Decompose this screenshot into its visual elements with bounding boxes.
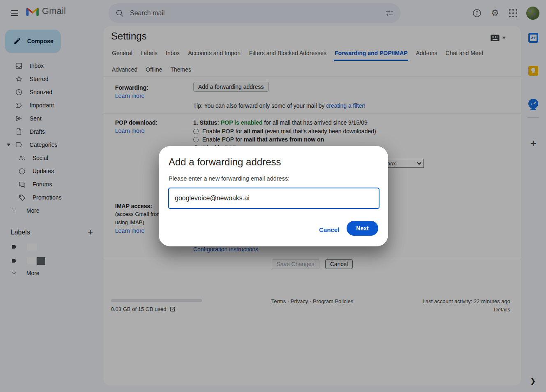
dialog-prompt: Please enter a new forwarding email addr… [169, 175, 289, 182]
dialog-title: Add a forwarding address [169, 156, 281, 168]
add-forwarding-address-dialog: Add a forwarding address Please enter a … [159, 146, 388, 246]
forwarding-email-input[interactable] [168, 188, 379, 209]
dialog-cancel-button[interactable]: Cancel [313, 224, 345, 236]
dialog-next-button[interactable]: Next [347, 221, 378, 236]
